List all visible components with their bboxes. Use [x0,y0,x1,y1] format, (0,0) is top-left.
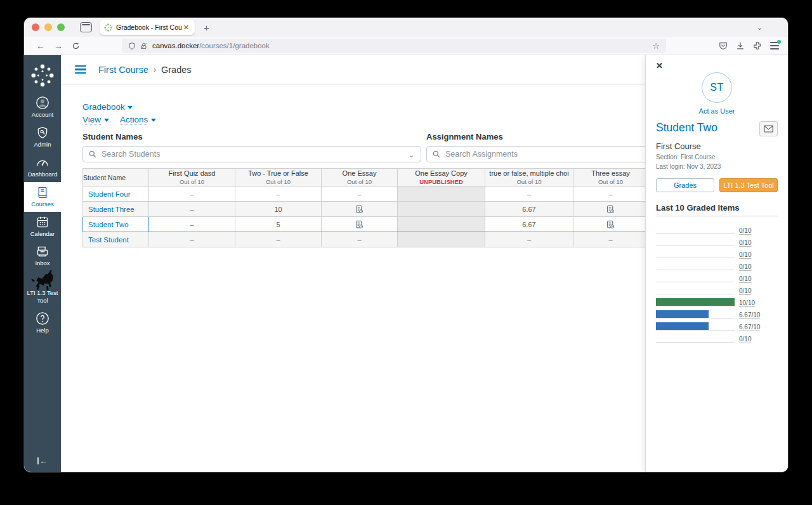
grade-cell[interactable]: – [485,187,573,202]
inbox-icon [36,244,49,258]
needs-grading-cell[interactable] [573,217,648,232]
table-header-row: Student Name First Quiz dasdOut of 10Two… [83,169,648,187]
search-students-input[interactable]: Search Students ⌄ [82,146,421,162]
sidebar-item-help[interactable]: Help [24,308,61,338]
grade-cell[interactable] [398,187,485,202]
sidebar-item-courses[interactable]: Courses [24,182,61,212]
assignment-column-header[interactable]: Two - True or FalseOut of 10 [235,169,322,187]
minimize-window-button[interactable] [44,23,52,31]
grade-cell[interactable] [398,232,485,247]
act-as-user-link[interactable]: Act as User [699,107,735,115]
assignment-column-header[interactable]: One EssayOut of 10 [322,169,398,187]
grade-cell[interactable] [398,202,485,217]
message-student-button[interactable] [759,121,778,136]
grade-cell[interactable]: – [573,232,648,247]
grade-score-link[interactable]: 0/10 [739,251,751,258]
grades-button[interactable]: Grades [656,178,714,192]
student-name-link[interactable]: Test Student [83,232,149,247]
grade-score-link[interactable]: 0/10 [739,227,751,234]
sidebar-item-account[interactable]: Account [24,93,61,122]
actions-menu-button[interactable]: Actions [120,115,156,124]
needs-grading-cell[interactable] [322,202,398,217]
grade-cell[interactable]: – [485,232,573,247]
browser-tab[interactable]: Gradebook - First Course ✕ [100,20,195,35]
assignment-title: Three essay [573,169,648,178]
grade-cell[interactable]: – [149,187,235,202]
grade-bar-track [656,298,735,306]
student-name-link[interactable]: Student Two [656,121,717,134]
no-grade-dash: – [608,190,612,198]
pocket-icon[interactable] [719,41,728,50]
grade-cell[interactable] [398,217,485,232]
collapse-nav-button[interactable]: ← [24,456,61,466]
grade-cell[interactable]: 6.67 [485,217,573,232]
grade-score-link[interactable]: 0/10 [739,275,751,282]
student-name-link[interactable]: Student Four [83,187,149,202]
bookmark-star-icon[interactable]: ☆ [652,41,660,51]
extensions-puzzle-icon[interactable] [753,41,762,50]
app-menu-icon[interactable] [770,42,779,49]
view-menu-button[interactable]: View [82,115,109,124]
list-tabs-chevron-icon[interactable]: ⌄ [757,23,763,32]
back-button[interactable]: ← [36,41,45,50]
student-name-link[interactable]: Student Two [83,217,149,232]
course-nav-hamburger-icon[interactable] [75,63,86,76]
assignment-column-header[interactable]: true or false, multiple choiOut of 10 [485,169,573,187]
browser-window: Gradebook - First Course ✕ + ⌄ ← → canva… [24,18,788,472]
grade-bar-track [656,261,735,270]
needs-grading-cell[interactable] [573,202,648,217]
firefox-view-icon[interactable] [80,22,92,32]
close-window-button[interactable] [32,23,39,31]
sidebar-item-inbox[interactable]: Inbox [24,241,61,271]
tray-buttons: Grades LTI 1.3 Test Tool [656,178,778,192]
tray-close-icon[interactable]: ✕ [656,61,665,70]
needs-grading-cell[interactable] [322,217,398,232]
insecure-lock-icon[interactable] [140,42,147,50]
sidebar-item-calendar[interactable]: Calendar [24,212,61,242]
grade-cell[interactable]: – [573,187,648,202]
shield-permissions-icon[interactable] [128,42,136,50]
avatar[interactable]: ST [702,72,732,103]
reload-button[interactable] [72,42,80,50]
grade-score-link[interactable]: 0/10 [739,263,751,270]
student-name-link[interactable]: Student Three [83,202,149,217]
assignment-title: One Essay [322,169,397,178]
student-name-column-header[interactable]: Student Name [83,169,149,187]
grade-score-link[interactable]: 0/10 [739,336,751,343]
grade-cell[interactable]: 6.67 [485,202,573,217]
grade-cell[interactable]: – [149,202,235,217]
grade-score-link[interactable]: 10/10 [739,299,755,306]
grade-score-link[interactable]: 0/10 [739,239,751,246]
breadcrumb-course-link[interactable]: First Course [98,65,148,75]
grade-cell[interactable]: – [235,232,322,247]
table-row: Student Three–106.67 [83,202,648,217]
grade-cell[interactable]: – [149,232,235,247]
canvas-favicon-icon [104,23,112,32]
url-bar[interactable]: canvas.docker/courses/1/gradebook ☆ [122,39,666,53]
grade-cell[interactable]: – [149,217,235,232]
grade-cell[interactable]: – [322,232,398,247]
grade-cell[interactable]: – [235,187,322,202]
students-dropdown-chevron-icon[interactable]: ⌄ [409,151,414,159]
sidebar-item-dashboard[interactable]: Dashboard [24,152,61,182]
downloads-icon[interactable] [736,41,745,50]
canvas-logo-icon[interactable] [30,63,55,88]
new-tab-button[interactable]: + [204,23,209,32]
table-row: Student Two–56.67 [83,217,648,232]
zoom-window-button[interactable] [57,23,65,31]
grade-score-link[interactable]: 6.67/10 [739,324,760,331]
grade-cell[interactable]: 5 [235,217,322,232]
search-assignments-input[interactable]: Search Assignments [426,146,667,162]
grade-cell[interactable]: 10 [235,202,322,217]
grade-cell[interactable]: – [322,187,398,202]
assignment-column-header[interactable]: One Essay CopyUNPUBLISHED [398,169,485,187]
tab-close-icon[interactable]: ✕ [182,23,190,32]
assignment-column-header[interactable]: First Quiz dasdOut of 10 [149,169,235,187]
grade-score-link[interactable]: 6.67/10 [739,312,760,318]
sidebar-item-lti-1-3-test-tool[interactable]: LTI 1.3 Test Tool [24,271,61,308]
assignment-column-header[interactable]: Three essayOut of 10 [573,169,648,187]
lti-test-tool-button[interactable]: LTI 1.3 Test Tool [719,178,778,192]
grade-score-link[interactable]: 0/10 [739,287,751,294]
forward-button[interactable]: → [54,41,63,50]
sidebar-item-admin[interactable]: Admin [24,122,61,152]
